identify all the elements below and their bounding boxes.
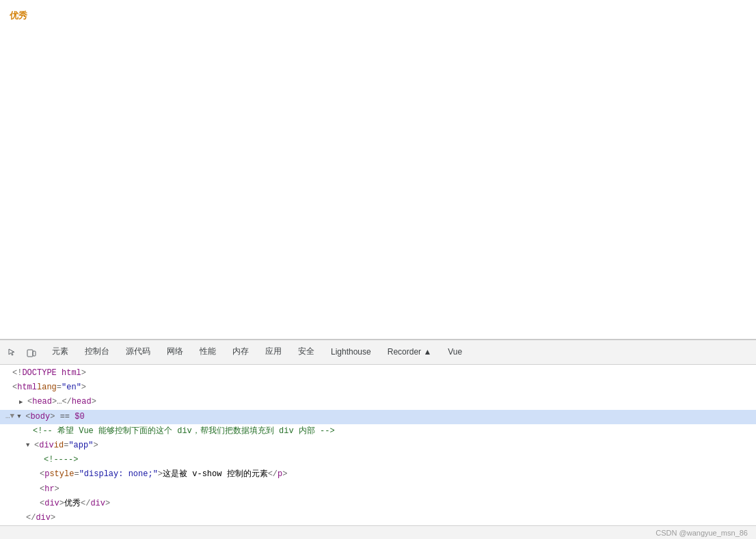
tab-lighthouse[interactable]: Lighthouse <box>323 340 379 365</box>
tab-console[interactable]: 控制台 <box>77 340 118 365</box>
tab-security[interactable]: 安全 <box>290 340 323 365</box>
browser-viewport: 优秀 <box>0 0 756 340</box>
cursor-tool-button[interactable] <box>3 343 22 362</box>
dom-line-div-app-close[interactable]: </div> <box>0 511 756 525</box>
svg-rect-0 <box>27 350 33 357</box>
tab-sources[interactable]: 源代码 <box>118 340 159 365</box>
tab-performance[interactable]: 性能 <box>191 340 224 365</box>
devtools-panel: 元素 控制台 源代码 网络 性能 内存 应用 安全 <box>0 340 756 539</box>
dom-line-p-vshow[interactable]: <p style="display: none;">这是被 v-show 控制的… <box>0 467 756 482</box>
dom-line-head[interactable]: ▶ <head>…</head> <box>0 395 756 409</box>
devtools-tab-bar: 元素 控制台 源代码 网络 性能 内存 应用 安全 <box>44 340 470 364</box>
dom-line-div-app[interactable]: ▼ <div id="app"> <box>0 439 756 453</box>
dom-line-comment1[interactable]: <!-- 希望 Vue 能够控制下面的这个 div，帮我们把数据填充到 div … <box>0 424 756 439</box>
svg-rect-1 <box>33 351 36 356</box>
dom-line-doctype[interactable]: <!DOCTYPE html> <box>0 366 756 381</box>
tab-recorder[interactable]: Recorder ▲ <box>379 340 440 365</box>
devtools-toolbar: 元素 控制台 源代码 网络 性能 内存 应用 安全 <box>0 340 756 365</box>
bottom-bar: CSDN @wangyue_msn_86 <box>0 525 756 539</box>
tab-network[interactable]: 网络 <box>159 340 191 365</box>
tab-memory[interactable]: 内存 <box>224 340 257 365</box>
dom-line-div-youxiu[interactable]: <div>优秀</div> <box>0 497 756 511</box>
dom-line-html[interactable]: <html lang="en"> <box>0 381 756 395</box>
tab-elements[interactable]: 元素 <box>44 340 77 365</box>
tab-vue[interactable]: Vue <box>440 340 470 365</box>
dom-line-comment2[interactable]: <!----> <box>0 453 756 467</box>
device-emulation-button[interactable] <box>22 343 41 362</box>
dom-tree-panel[interactable]: <!DOCTYPE html> <html lang="en"> ▶ <head… <box>0 365 756 525</box>
watermark-text: CSDN @wangyue_msn_86 <box>656 529 748 537</box>
tab-application[interactable]: 应用 <box>257 340 290 365</box>
dom-line-hr[interactable]: <hr> <box>0 482 756 497</box>
youxiu-display-text: 优秀 <box>10 10 27 22</box>
dom-line-body[interactable]: …▼ ▼ <body> == $0 <box>0 410 756 424</box>
